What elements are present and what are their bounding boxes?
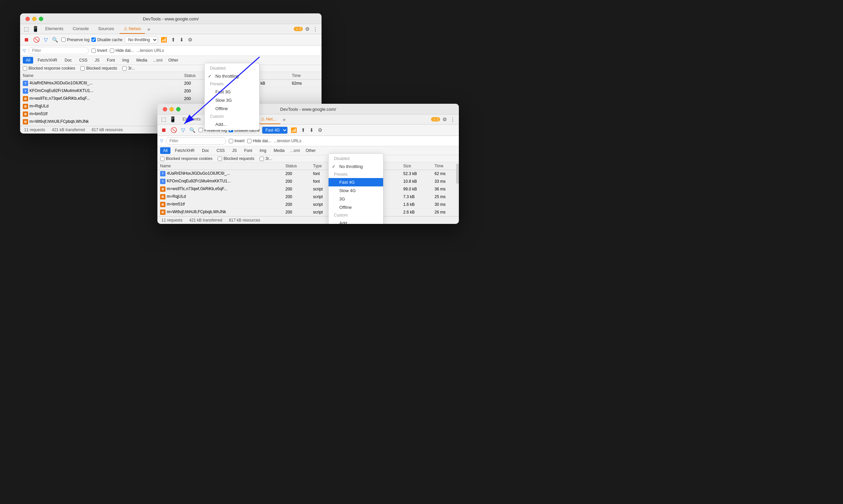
tab-sources[interactable]: Sources <box>94 24 118 34</box>
type-all-1[interactable]: All <box>23 57 33 64</box>
type-img-2[interactable]: Img <box>257 147 269 154</box>
table-row[interactable]: ⊞m=Wt6vjf,hhhU8,FCpbqb,WhJNk 200scriptmo… <box>157 209 459 216</box>
third-party-label-1[interactable]: 3r... <box>122 66 135 71</box>
type-xhr-2[interactable]: Fetch/XHR <box>172 147 198 154</box>
table-row[interactable]: ⊞m=bm51tf 200scriptmoduleloader.js:581.6… <box>157 201 459 209</box>
type-media-1[interactable]: Media <box>133 57 151 64</box>
clear-icon-2[interactable]: 🚫 <box>170 126 178 134</box>
invert-checkbox-2[interactable] <box>229 139 233 143</box>
preserve-log-label[interactable]: Preserve log <box>61 37 89 42</box>
type-media-2[interactable]: Media <box>270 147 288 154</box>
type-img-1[interactable]: Img <box>119 57 132 64</box>
throttle-select-2[interactable]: Fast 4G <box>262 126 288 134</box>
blocked-cookies-checkbox-1[interactable] <box>23 66 27 71</box>
hide-data-label-1[interactable]: Hide dat... <box>110 48 134 53</box>
tab-elements[interactable]: Elements <box>41 24 67 34</box>
network-settings-icon[interactable]: ⚙ <box>187 36 193 44</box>
more-options-icon[interactable]: ⋮ <box>312 25 319 33</box>
table-row[interactable]: ⊞m=ws9Tlc,n73qwf,GkRiKb,e5qF... 200scrip… <box>20 95 321 103</box>
type-js-2[interactable]: JS <box>229 147 240 154</box>
wifi-icon[interactable]: 📶 <box>160 36 168 44</box>
table-row[interactable]: TKFOmCnqEu92Fr1Mu4mxKKTU1... 200font <box>20 87 321 95</box>
hide-data-label-2[interactable]: Hide dat... <box>247 139 271 143</box>
table-row[interactable]: TKFOmCnqEu92Fr1Mu4mxKKTU1... 200fontapp?… <box>157 178 459 185</box>
type-doc-2[interactable]: Doc <box>199 147 212 154</box>
tab-network[interactable]: ⚠ Netwo <box>120 24 145 34</box>
menu-no-throttling-2[interactable]: No throttling <box>329 162 383 171</box>
hide-data-checkbox-1[interactable] <box>110 49 114 53</box>
type-all-2[interactable]: All <box>160 147 171 154</box>
menu-fast3g-1[interactable]: Fast 3G <box>205 88 259 96</box>
download-icon[interactable]: ⬇ <box>178 36 185 44</box>
device-icon[interactable]: 📱 <box>31 25 40 33</box>
type-css-2[interactable]: CSS <box>213 147 228 154</box>
third-party-checkbox-2[interactable] <box>260 157 264 161</box>
type-font-2[interactable]: Font <box>241 147 255 154</box>
disable-cache-label[interactable]: Disable cache <box>91 37 122 42</box>
blocked-requests-label-1[interactable]: Blocked requests <box>81 66 117 71</box>
blocked-cookies-label-1[interactable]: Blocked response cookies <box>23 66 75 71</box>
minimize-button-2[interactable] <box>170 107 174 111</box>
third-party-checkbox-1[interactable] <box>122 66 127 71</box>
tab-console[interactable]: Console <box>69 24 93 34</box>
tab-network-2[interactable]: ⚠ Net... <box>257 114 281 124</box>
blocked-requests-label-2[interactable]: Blocked requests <box>218 156 254 161</box>
clear-icon[interactable]: 🚫 <box>32 35 41 44</box>
table-row[interactable]: ⊞m=ws9Tlc,n73qwf,GkRiKb,e5qF... 200scrip… <box>157 185 459 193</box>
menu-add-2[interactable]: Add... <box>329 219 383 224</box>
close-button-2[interactable] <box>163 107 167 111</box>
blocked-requests-checkbox-1[interactable] <box>81 66 85 71</box>
download-icon-2[interactable]: ⬇ <box>309 126 315 134</box>
blocked-cookies-checkbox-2[interactable] <box>160 157 164 161</box>
preserve-log-checkbox-2[interactable] <box>199 128 203 132</box>
hide-data-checkbox-2[interactable] <box>247 139 251 143</box>
menu-offline-2[interactable]: Offline <box>329 203 383 212</box>
table-row[interactable]: T4UaRrENHsxJIGDuGo1OIlJfC6I_... 200font5… <box>20 80 321 87</box>
invert-label-1[interactable]: Invert <box>91 48 107 53</box>
type-xhr-1[interactable]: Fetch/XHR <box>35 57 60 64</box>
table-row[interactable]: ⊞m=RqjULd 200scriptmoduleloader.js:587.3… <box>157 193 459 201</box>
type-other-2[interactable]: Other <box>302 147 318 154</box>
filter-icon[interactable]: ▽ <box>43 36 49 44</box>
menu-fast4g-2[interactable]: Fast 4G <box>329 178 383 186</box>
cursor-icon[interactable]: ⬚ <box>23 25 30 33</box>
type-js-1[interactable]: JS <box>92 57 103 64</box>
more-options-icon-2[interactable]: ⋮ <box>449 115 456 124</box>
settings-icon-2[interactable]: ⚙ <box>441 115 448 124</box>
scrollbar-thumb[interactable] <box>456 164 459 184</box>
maximize-button-2[interactable] <box>176 107 180 111</box>
upload-icon[interactable]: ⬆ <box>170 36 176 44</box>
search-icon-2[interactable]: 🔍 <box>188 126 197 134</box>
minimize-button-1[interactable] <box>32 17 36 21</box>
menu-3g-2[interactable]: 3G <box>329 195 383 203</box>
close-button-1[interactable] <box>25 17 30 21</box>
search-icon[interactable]: 🔍 <box>51 36 59 44</box>
menu-add-1[interactable]: Add... <box>205 120 259 128</box>
throttle-select-1[interactable]: No throttling <box>125 36 158 43</box>
record-stop-icon[interactable]: ⏹ <box>23 36 30 44</box>
filter-input-2[interactable] <box>166 137 226 145</box>
disable-cache-checkbox[interactable] <box>91 37 96 42</box>
menu-offline-1[interactable]: Offline <box>205 104 259 113</box>
filter-input-1[interactable] <box>29 47 89 54</box>
menu-slow3g-1[interactable]: Slow 3G <box>205 96 259 104</box>
cursor-icon-2[interactable]: ⬚ <box>160 115 167 124</box>
type-other-1[interactable]: Other <box>165 57 181 64</box>
invert-label-2[interactable]: Invert <box>229 139 245 143</box>
type-font-1[interactable]: Font <box>104 57 118 64</box>
menu-no-throttling-1[interactable]: No throttling <box>205 72 259 80</box>
more-tabs-icon-2[interactable]: » <box>282 115 286 123</box>
upload-icon-2[interactable]: ⬆ <box>300 126 306 134</box>
wifi-icon-2[interactable]: 📶 <box>290 126 298 134</box>
tab-elements-2[interactable]: Elements <box>178 114 205 124</box>
settings-icon[interactable]: ⚙ <box>304 25 311 33</box>
type-doc-1[interactable]: Doc <box>62 57 75 64</box>
filter-icon-2[interactable]: ▽ <box>180 126 186 134</box>
third-party-label-2[interactable]: 3r... <box>260 156 272 161</box>
type-css-1[interactable]: CSS <box>76 57 90 64</box>
maximize-button-1[interactable] <box>39 17 43 21</box>
invert-checkbox-1[interactable] <box>91 49 96 53</box>
blocked-cookies-label-2[interactable]: Blocked response cookies <box>160 156 212 161</box>
menu-slow4g-2[interactable]: Slow 4G <box>329 186 383 195</box>
more-tabs-icon[interactable]: » <box>146 25 151 33</box>
